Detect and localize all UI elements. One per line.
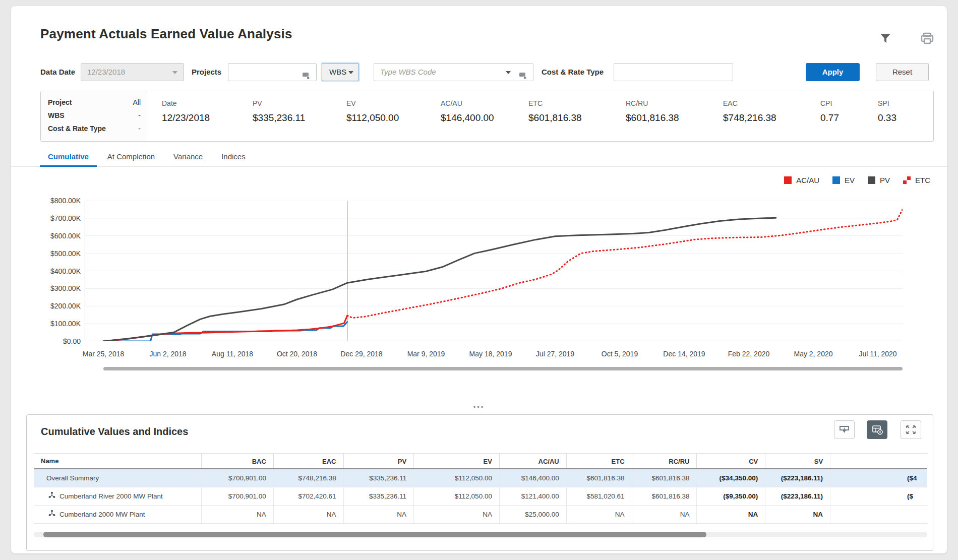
col-header-acau[interactable]: AC/AU bbox=[499, 454, 566, 468]
table-horizontal-scrollbar-thumb[interactable] bbox=[43, 532, 706, 537]
cell-ev: $112,050.00 bbox=[413, 469, 499, 487]
cell-acau: $25,000.00 bbox=[499, 506, 566, 523]
chevron-down-icon[interactable] bbox=[506, 71, 511, 74]
y-axis-tick: $400.00K bbox=[50, 267, 81, 275]
summary-wbs-value: - bbox=[138, 111, 141, 119]
cell-rcru: NA bbox=[632, 506, 697, 523]
tab-cumulative[interactable]: Cumulative bbox=[40, 149, 97, 167]
cell-rcru: $601,816.38 bbox=[632, 469, 697, 487]
reset-button[interactable]: Reset bbox=[876, 63, 929, 81]
table-row-cumberland[interactable]: Cumberland 2000 MW Plant NA NA NA NA $25… bbox=[34, 506, 927, 524]
projects-label: Projects bbox=[192, 63, 221, 81]
cell-bac: NA bbox=[201, 506, 273, 523]
legend-label: PV bbox=[880, 176, 890, 184]
x-axis-tick: Mar 9, 2019 bbox=[407, 350, 445, 358]
page-title: Payment Actuals Earned Value Analysis bbox=[40, 26, 292, 42]
legend-item-acau[interactable]: AC/AU bbox=[784, 176, 819, 184]
picker-icon[interactable] bbox=[302, 68, 311, 85]
table-horizontal-scrollbar-track[interactable] bbox=[34, 532, 927, 537]
data-table: Name BAC EAC PV EV AC/AU ETC RC/RU CV SV… bbox=[34, 453, 927, 524]
summary-cost-rate-value: - bbox=[138, 125, 141, 133]
table-row-overall-summary[interactable]: Overall Summary $700,901.00 $748,216.38 … bbox=[34, 469, 927, 487]
tab-variance[interactable]: Variance bbox=[165, 149, 211, 167]
data-date-label: Data Date bbox=[40, 63, 75, 81]
row-name[interactable]: Overall Summary bbox=[34, 469, 202, 487]
cell-bac: $700,901.00 bbox=[201, 487, 273, 505]
print-icon[interactable] bbox=[920, 31, 935, 46]
col-header-rcru[interactable]: RC/RU bbox=[632, 454, 697, 468]
x-axis-tick: Oct 20, 2018 bbox=[277, 350, 317, 358]
legend-swatch-icon bbox=[784, 176, 792, 184]
col-header-clipped bbox=[830, 454, 927, 468]
x-axis-tick: Jul 27, 2019 bbox=[536, 350, 574, 358]
col-header-name[interactable]: Name bbox=[34, 454, 201, 468]
dashboard-card: Payment Actuals Earned Value Analysis Da… bbox=[11, 6, 947, 553]
cell-cv: NA bbox=[696, 506, 765, 523]
legend-label: ETC bbox=[915, 176, 930, 184]
chart-horizontal-scrollbar[interactable] bbox=[103, 367, 903, 370]
cell-acau: $121,400.00 bbox=[499, 487, 566, 505]
wbs-code-input[interactable]: Type WBS Code bbox=[374, 63, 533, 81]
cell-cv: ($34,350.00) bbox=[696, 469, 765, 487]
cell-bac: $700,901.00 bbox=[202, 469, 274, 487]
legend-swatch-icon bbox=[868, 176, 875, 184]
expand-icon[interactable] bbox=[901, 420, 921, 439]
table-title: Cumulative Values and Indices bbox=[41, 426, 188, 438]
data-date-select[interactable]: 12/23/2018 bbox=[81, 63, 184, 81]
summary-wbs-label: WBS bbox=[48, 111, 65, 119]
export-icon[interactable] bbox=[834, 420, 855, 439]
cell-etc: $601,816.38 bbox=[566, 469, 632, 487]
col-header-cv[interactable]: CV bbox=[696, 454, 765, 468]
series-pv-line bbox=[103, 218, 776, 341]
col-header-pv[interactable]: PV bbox=[343, 454, 414, 468]
apply-button[interactable]: Apply bbox=[806, 63, 860, 81]
y-axis-tick: $100.00K bbox=[50, 320, 81, 328]
cell-eac: NA bbox=[273, 506, 343, 523]
x-axis-tick: Oct 5, 2019 bbox=[602, 350, 638, 358]
legend-label: EV bbox=[845, 176, 855, 184]
data-date-value: 12/23/2018 bbox=[87, 68, 125, 76]
legend-item-ev[interactable]: EV bbox=[832, 176, 855, 184]
col-header-bac[interactable]: BAC bbox=[201, 454, 273, 468]
filter-icon[interactable] bbox=[878, 31, 893, 46]
projects-input[interactable] bbox=[228, 63, 317, 81]
x-axis-tick: May 18, 2019 bbox=[469, 350, 512, 358]
y-axis-tick: $700.00K bbox=[50, 214, 81, 222]
x-axis-tick: Jun 2, 2018 bbox=[149, 350, 186, 358]
tab-at-completion[interactable]: At Completion bbox=[99, 149, 163, 167]
cell-clipped bbox=[830, 506, 927, 523]
cost-rate-type-input[interactable] bbox=[614, 63, 733, 81]
col-header-eac[interactable]: EAC bbox=[273, 454, 343, 468]
grid-settings-icon[interactable] bbox=[867, 420, 887, 439]
row-name-wrap[interactable]: Cumberland 2000 MW Plant bbox=[34, 506, 201, 523]
project-icon bbox=[48, 487, 55, 505]
cell-eac: $748,216.38 bbox=[273, 469, 343, 487]
col-header-ev[interactable]: EV bbox=[413, 454, 499, 468]
cell-rcru: $601,816.38 bbox=[632, 487, 697, 505]
cell-ev: $112,050.00 bbox=[413, 487, 499, 505]
cell-pv: NA bbox=[343, 506, 414, 523]
legend-item-pv[interactable]: PV bbox=[868, 176, 890, 184]
picker-icon[interactable] bbox=[519, 68, 528, 85]
y-axis-tick: $500.00K bbox=[50, 250, 81, 258]
legend-label: AC/AU bbox=[796, 176, 819, 184]
y-axis-tick: $800.00K bbox=[50, 197, 81, 205]
col-header-sv[interactable]: SV bbox=[765, 454, 830, 468]
cell-pv: $335,236.11 bbox=[343, 469, 414, 487]
series-etc-line bbox=[347, 210, 903, 318]
cell-eac: $702,420.61 bbox=[273, 487, 343, 505]
col-header-etc[interactable]: ETC bbox=[566, 454, 632, 468]
x-axis-tick: Dec 14, 2019 bbox=[663, 350, 705, 358]
tab-indices[interactable]: Indices bbox=[213, 149, 254, 167]
panel-splitter-handle[interactable]: ••• bbox=[11, 403, 947, 411]
summary-cost-rate-label: Cost & Rate Type bbox=[48, 125, 106, 133]
cell-clipped: ($ bbox=[830, 487, 927, 505]
y-axis-tick: $0.00 bbox=[63, 337, 81, 345]
table-row-cumberland-river[interactable]: Cumberland River 2000 MW Plant $700,901.… bbox=[34, 487, 927, 506]
row-name-wrap[interactable]: Cumberland River 2000 MW Plant bbox=[34, 487, 201, 505]
wbs-selector-dropdown[interactable]: WBS bbox=[322, 63, 359, 81]
tab-bar: Cumulative At Completion Variance Indice… bbox=[40, 149, 254, 167]
cell-sv: NA bbox=[765, 506, 830, 523]
legend-item-etc[interactable]: ETC bbox=[903, 176, 930, 184]
evm-line-chart[interactable] bbox=[85, 201, 903, 341]
